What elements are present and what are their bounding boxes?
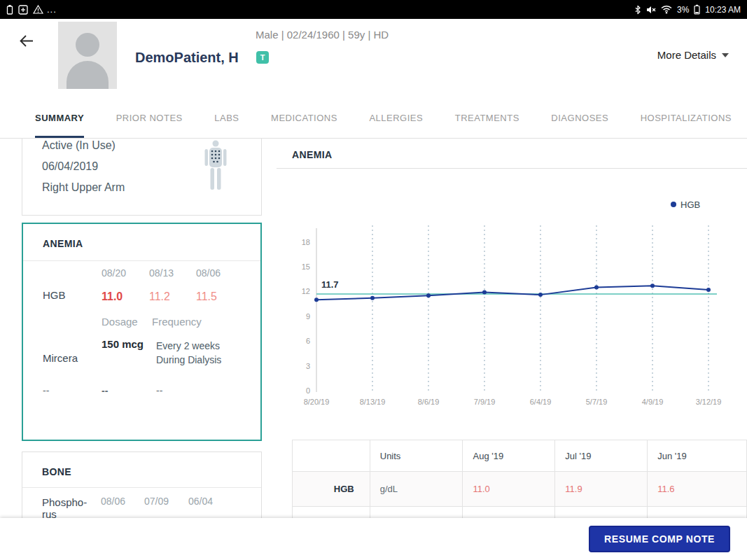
footer-bar: RESUME COMP NOTE xyxy=(0,518,747,560)
clock: 10:23 AM xyxy=(705,5,741,15)
divider xyxy=(277,168,747,169)
svg-text:3/12/19: 3/12/19 xyxy=(696,398,722,406)
col-date-2: 08/13 xyxy=(149,267,174,279)
svg-text:3: 3 xyxy=(306,362,310,370)
col-date-3: 08/06 xyxy=(196,267,221,279)
svg-text:9: 9 xyxy=(306,312,310,321)
svg-text:5/7/19: 5/7/19 xyxy=(586,398,608,406)
svg-text:8/6/19: 8/6/19 xyxy=(418,398,440,406)
warning-icon xyxy=(33,5,43,14)
empty-value-3: -- xyxy=(156,385,162,396)
wifi-icon xyxy=(661,5,672,14)
tab-prior-notes[interactable]: PRIOR NOTES xyxy=(116,98,183,138)
back-arrow-icon xyxy=(18,33,35,50)
table-header-row: Units Aug '19 Jul '19 Jun '19 xyxy=(293,440,747,472)
phosphorus-row-label: Phospho- rus xyxy=(42,496,87,518)
hgb-jun-value: 11.6 xyxy=(648,472,747,507)
patient-demographics: Male | 02/24/1960 | 59y | HD xyxy=(256,29,389,41)
svg-text:6/4/19: 6/4/19 xyxy=(530,398,552,406)
tab-label: HOSPITALIZATIONS xyxy=(641,113,732,123)
transplant-badge: T xyxy=(256,51,269,64)
med-label: Mircera xyxy=(43,352,78,364)
bone-date-3: 06/04 xyxy=(188,496,213,507)
dosage-value: 150 mcg xyxy=(102,338,144,350)
table-row-clipped xyxy=(293,507,747,519)
hgb-value-1: 11.0 xyxy=(102,290,123,303)
patient-header: DemoPatient, H Male | 02/24/1960 | 59y |… xyxy=(0,19,747,98)
svg-text:8/20/19: 8/20/19 xyxy=(304,398,330,406)
hgb-jul-value: 11.9 xyxy=(555,472,648,507)
divider xyxy=(22,487,261,488)
frequency-header: Frequency xyxy=(152,316,202,328)
battery-percent: 3% xyxy=(677,5,689,15)
svg-text:HGB: HGB xyxy=(680,200,700,210)
frequency-line-1: Every 2 weeks xyxy=(156,340,220,351)
status-bar-right: 3% 10:23 AM xyxy=(634,4,741,15)
anemia-card[interactable]: ANEMIA 08/20 08/13 08/06 HGB 11.0 11.2 1… xyxy=(22,223,262,441)
tab-label: LABS xyxy=(214,113,239,123)
avatar-head xyxy=(76,33,99,57)
dosage-header: Dosage xyxy=(102,316,138,328)
header-jun: Jun '19 xyxy=(648,440,747,472)
svg-text:7/9/19: 7/9/19 xyxy=(474,398,496,406)
header-units: Units xyxy=(370,440,463,472)
access-status: Active (In Use) xyxy=(42,139,116,152)
tab-treatments[interactable]: TREATMENTS xyxy=(455,98,519,138)
content-area: Active (In Use) 06/04/2019 Right Upper A… xyxy=(0,139,747,518)
anemia-card-title: ANEMIA xyxy=(43,238,83,249)
tab-bar: SUMMARY PRIOR NOTES LABS MEDICATIONS ALL… xyxy=(0,98,747,139)
more-details-label: More Details xyxy=(657,49,716,61)
tab-medications[interactable]: MEDICATIONS xyxy=(271,98,337,138)
svg-text:6: 6 xyxy=(306,337,310,345)
empty-value-1: -- xyxy=(43,385,49,396)
header-aug: Aug '19 xyxy=(463,440,555,472)
hgb-aug-value: 11.0 xyxy=(463,472,555,507)
battery-icon xyxy=(694,4,700,15)
access-date: 06/04/2019 xyxy=(42,160,98,173)
bone-card-title: BONE xyxy=(42,466,71,477)
access-location: Right Upper Arm xyxy=(42,181,125,194)
svg-text:18: 18 xyxy=(302,238,310,246)
svg-text:12: 12 xyxy=(302,287,310,295)
header-jul: Jul '19 xyxy=(555,440,648,472)
body-diagram-icon xyxy=(200,140,232,202)
tab-label: DIAGNOSES xyxy=(551,113,608,123)
hgb-chart: 03691215188/20/198/13/198/6/197/9/196/4/… xyxy=(292,179,746,419)
bone-date-2: 07/09 xyxy=(144,496,169,507)
battery-outline-icon xyxy=(6,4,13,15)
tab-labs[interactable]: LABS xyxy=(214,98,239,138)
access-card[interactable]: Active (In Use) 06/04/2019 Right Upper A… xyxy=(22,139,262,216)
volume-mute-icon xyxy=(646,5,656,15)
back-button[interactable] xyxy=(18,33,36,51)
hgb-units: g/dL xyxy=(370,472,463,507)
tab-label: PRIOR NOTES xyxy=(116,113,183,123)
patient-name: DemoPatient, H xyxy=(135,50,239,66)
hgb-row-label: HGB xyxy=(43,289,66,301)
status-bar-left: ... xyxy=(6,4,57,15)
tab-allergies[interactable]: ALLERGIES xyxy=(369,98,423,138)
svg-text:15: 15 xyxy=(302,262,310,271)
bone-card[interactable]: BONE Phospho- rus 08/06 07/09 06/04 xyxy=(22,451,262,518)
row-label-hgb: HGB xyxy=(293,472,370,507)
status-overflow-dots: ... xyxy=(47,4,57,15)
anemia-detail-panel: ANEMIA 03691215188/20/198/13/198/6/197/9… xyxy=(277,139,747,518)
tab-label: ALLERGIES xyxy=(369,113,423,123)
divider xyxy=(23,260,260,261)
tab-label: TREATMENTS xyxy=(455,113,519,123)
tab-label: SUMMARY xyxy=(35,113,84,123)
header-empty xyxy=(293,440,370,472)
svg-text:0: 0 xyxy=(306,386,310,395)
more-details-button[interactable]: More Details xyxy=(657,49,729,61)
hgb-line-chart: 03691215188/20/198/13/198/6/197/9/196/4/… xyxy=(292,179,746,419)
tab-hospitalizations[interactable]: HOSPITALIZATIONS xyxy=(641,98,732,138)
empty-value-2: -- xyxy=(102,385,108,396)
resume-comp-note-button[interactable]: RESUME COMP NOTE xyxy=(589,526,730,552)
tab-diagnoses[interactable]: DIAGNOSES xyxy=(551,98,608,138)
frequency-line-2: During Dialysis xyxy=(156,354,221,365)
tab-summary[interactable]: SUMMARY xyxy=(35,98,84,138)
table-row: HGB g/dL 11.0 11.9 11.6 xyxy=(293,472,747,507)
patient-avatar xyxy=(58,22,117,89)
add-box-icon xyxy=(18,5,28,15)
phosphorus-label-line2: rus xyxy=(42,508,57,518)
svg-text:11.7: 11.7 xyxy=(321,279,339,290)
